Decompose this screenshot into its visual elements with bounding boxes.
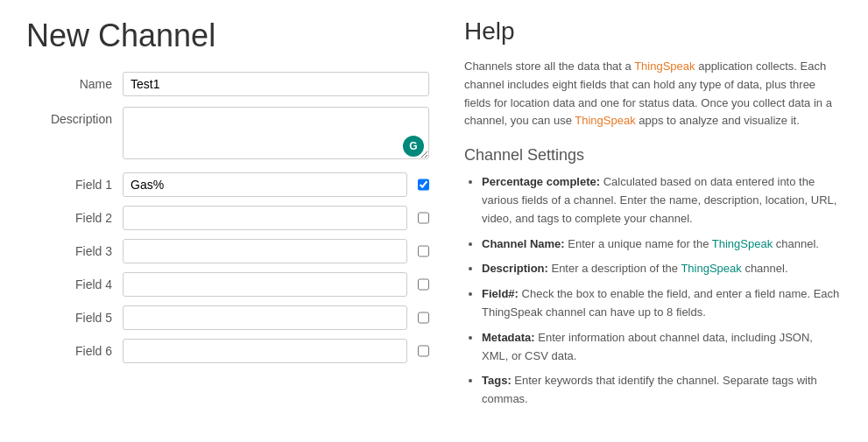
- right-panel: Help Channels store all the data that a …: [464, 18, 842, 416]
- field-6-label: Field 6: [26, 344, 123, 358]
- help-intro: Channels store all the data that a Thing…: [464, 58, 842, 130]
- field-4-input[interactable]: [123, 272, 407, 297]
- description-input[interactable]: [123, 107, 429, 159]
- help-item-percentage: Percentage complete: Calculated based on…: [482, 173, 842, 228]
- name-input[interactable]: [123, 72, 429, 96]
- name-input-wrapper: [123, 72, 429, 96]
- grammarly-icon[interactable]: G: [403, 136, 424, 157]
- thingspeak-link-4[interactable]: ThingSpeak: [681, 262, 741, 275]
- field-1-input[interactable]: [123, 172, 407, 197]
- help-desc-tags: Enter keywords that identify the channel…: [482, 374, 817, 405]
- help-item-description: Description: Enter a description of the …: [482, 260, 842, 278]
- field-5-row: Field 5: [26, 305, 429, 330]
- thingspeak-link-3[interactable]: ThingSpeak: [712, 237, 773, 250]
- thingspeak-link-2[interactable]: ThingSpeak: [575, 114, 635, 127]
- field-3-input[interactable]: [123, 239, 407, 263]
- help-item-metadata: Metadata: Enter information about channe…: [482, 329, 842, 366]
- channel-settings-title: Channel Settings: [464, 146, 842, 165]
- help-term-channel-name: Channel Name:: [482, 237, 565, 250]
- field-6-row: Field 6: [26, 339, 429, 363]
- help-desc-field: Check the box to enable the field, and e…: [482, 287, 839, 319]
- field-6-checkbox[interactable]: [418, 344, 429, 358]
- help-desc-description: Enter a description of the ThingSpeak ch…: [551, 262, 787, 275]
- field-2-row: Field 2: [26, 206, 429, 230]
- description-row: Description G: [26, 107, 429, 162]
- field-2-input[interactable]: [123, 206, 407, 230]
- left-panel: New Channel Name Description G Field 1 F…: [26, 18, 429, 416]
- help-term-description: Description:: [482, 262, 548, 275]
- field-2-checkbox[interactable]: [418, 211, 429, 225]
- field-4-row: Field 4: [26, 272, 429, 297]
- field-1-row: Field 1: [26, 172, 429, 197]
- field-4-label: Field 4: [26, 277, 123, 291]
- help-term-field: Field#:: [482, 287, 519, 300]
- help-term-tags: Tags:: [482, 374, 512, 387]
- name-label: Name: [26, 72, 123, 91]
- field-3-label: Field 3: [26, 244, 123, 258]
- page-title: New Channel: [26, 18, 429, 54]
- field-5-input[interactable]: [123, 305, 407, 330]
- field-5-checkbox[interactable]: [418, 311, 429, 325]
- field-4-checkbox[interactable]: [418, 277, 429, 291]
- field-2-label: Field 2: [26, 211, 123, 225]
- thingspeak-link-1[interactable]: ThingSpeak: [634, 60, 695, 73]
- help-desc-channel-name: Enter a unique name for the ThingSpeak c…: [568, 237, 819, 250]
- field-1-checkbox[interactable]: [418, 178, 429, 192]
- name-row: Name: [26, 72, 429, 96]
- help-item-channel-name: Channel Name: Enter a unique name for th…: [482, 235, 842, 254]
- help-title: Help: [464, 18, 842, 46]
- description-label: Description: [26, 107, 123, 126]
- field-1-label: Field 1: [26, 178, 123, 192]
- help-item-tags: Tags: Enter keywords that identify the c…: [482, 372, 842, 409]
- help-term-percentage: Percentage complete:: [482, 175, 600, 188]
- help-term-metadata: Metadata:: [482, 331, 535, 344]
- help-list: Percentage complete: Calculated based on…: [464, 173, 842, 409]
- field-3-checkbox[interactable]: [418, 244, 429, 258]
- field-3-row: Field 3: [26, 239, 429, 263]
- description-wrapper: G: [123, 107, 429, 162]
- field-5-label: Field 5: [26, 311, 123, 325]
- help-item-field: Field#: Check the box to enable the fiel…: [482, 285, 842, 322]
- field-6-input[interactable]: [123, 339, 407, 363]
